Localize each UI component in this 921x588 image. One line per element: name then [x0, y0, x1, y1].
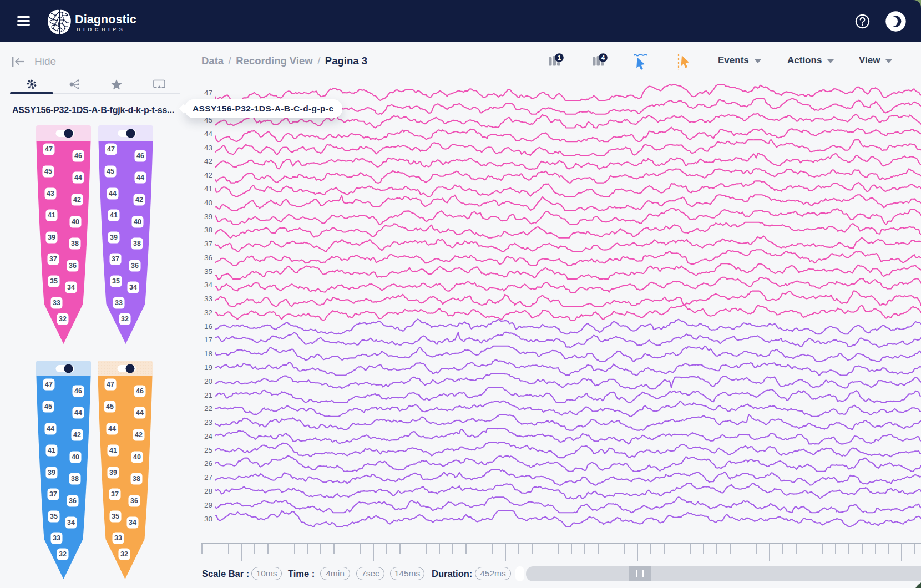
svg-text:44: 44: [136, 174, 144, 181]
svg-text:32: 32: [204, 308, 212, 317]
svg-text:35: 35: [112, 513, 119, 520]
svg-text:22: 22: [204, 404, 212, 413]
svg-text:44: 44: [74, 174, 82, 181]
svg-text:45: 45: [44, 168, 52, 175]
svg-text:39: 39: [109, 469, 117, 477]
svg-text:24: 24: [204, 432, 213, 440]
svg-text:37: 37: [49, 255, 57, 263]
svg-text:35: 35: [50, 277, 58, 285]
svg-text:35: 35: [50, 513, 58, 520]
svg-text:40: 40: [134, 218, 141, 226]
svg-text:45: 45: [106, 403, 114, 410]
svg-text:47: 47: [204, 89, 212, 97]
svg-text:42: 42: [135, 196, 143, 204]
svg-text:47: 47: [45, 145, 53, 153]
svg-text:46: 46: [74, 152, 82, 160]
svg-text:38: 38: [133, 475, 140, 483]
svg-text:4: 4: [601, 54, 605, 61]
svg-text:26: 26: [204, 459, 212, 468]
svg-text:27: 27: [204, 473, 212, 481]
svg-text:45: 45: [107, 168, 114, 175]
svg-text:47: 47: [107, 381, 114, 388]
svg-text:33: 33: [115, 299, 123, 307]
svg-text:38: 38: [133, 240, 141, 247]
svg-text:32: 32: [121, 315, 129, 323]
svg-text:41: 41: [109, 447, 117, 454]
svg-text:39: 39: [204, 212, 212, 221]
svg-text:16: 16: [204, 322, 212, 331]
svg-text:32: 32: [59, 550, 67, 558]
svg-text:42: 42: [204, 157, 212, 165]
svg-text:21: 21: [204, 391, 212, 399]
svg-text:39: 39: [110, 234, 118, 241]
svg-text:17: 17: [204, 336, 212, 344]
svg-text:43: 43: [47, 190, 54, 197]
svg-text:40: 40: [72, 218, 79, 226]
svg-text:40: 40: [133, 453, 141, 461]
svg-text:36: 36: [69, 497, 77, 505]
svg-text:34: 34: [67, 283, 75, 291]
svg-text:44: 44: [47, 425, 54, 433]
svg-text:30: 30: [204, 515, 212, 523]
svg-text:34: 34: [67, 519, 75, 526]
svg-text:34: 34: [129, 283, 137, 291]
svg-text:25: 25: [204, 446, 212, 454]
svg-text:33: 33: [53, 534, 60, 542]
svg-text:33: 33: [53, 299, 60, 307]
svg-text:29: 29: [204, 501, 212, 509]
svg-text:40: 40: [72, 453, 79, 461]
svg-text:34: 34: [129, 519, 136, 526]
svg-text:46: 46: [136, 387, 144, 395]
svg-text:46: 46: [74, 387, 82, 395]
svg-text:39: 39: [48, 234, 55, 241]
svg-text:23: 23: [204, 418, 212, 427]
svg-text:36: 36: [204, 254, 212, 262]
svg-text:44: 44: [74, 409, 82, 417]
svg-text:41: 41: [48, 447, 55, 454]
svg-text:38: 38: [71, 475, 79, 483]
svg-text:42: 42: [204, 171, 212, 179]
svg-text:41: 41: [48, 211, 55, 219]
svg-text:35: 35: [112, 277, 120, 285]
svg-text:37: 37: [112, 255, 119, 263]
svg-text:40: 40: [204, 199, 212, 207]
svg-text:19: 19: [204, 363, 212, 372]
svg-text:37: 37: [111, 490, 119, 498]
svg-text:1: 1: [558, 54, 561, 61]
svg-text:44: 44: [136, 409, 144, 417]
svg-text:44: 44: [108, 425, 116, 433]
svg-text:42: 42: [73, 431, 81, 439]
svg-text:37: 37: [204, 240, 212, 248]
svg-text:38: 38: [71, 240, 79, 247]
svg-text:20: 20: [204, 377, 212, 386]
svg-text:42: 42: [73, 196, 81, 204]
svg-text:45: 45: [44, 403, 52, 410]
svg-text:42: 42: [135, 431, 143, 439]
svg-text:36: 36: [131, 262, 139, 270]
svg-text:47: 47: [107, 145, 115, 153]
svg-text:47: 47: [45, 381, 53, 388]
svg-text:39: 39: [48, 469, 55, 477]
svg-text:43: 43: [204, 144, 212, 152]
svg-text:35: 35: [204, 267, 212, 276]
svg-text:37: 37: [49, 490, 57, 498]
svg-text:32: 32: [59, 315, 67, 323]
svg-text:41: 41: [110, 211, 118, 219]
svg-text:33: 33: [114, 534, 122, 542]
svg-text:32: 32: [120, 550, 128, 558]
svg-text:44: 44: [204, 130, 213, 138]
svg-text:34: 34: [204, 281, 213, 289]
svg-text:18: 18: [204, 349, 212, 358]
svg-text:44: 44: [109, 190, 117, 197]
svg-text:33: 33: [204, 295, 212, 303]
svg-text:38: 38: [204, 226, 212, 234]
svg-text:36: 36: [69, 262, 77, 270]
svg-text:41: 41: [204, 185, 212, 193]
svg-text:46: 46: [136, 152, 144, 160]
svg-text:28: 28: [204, 487, 212, 495]
svg-text:36: 36: [130, 497, 138, 505]
